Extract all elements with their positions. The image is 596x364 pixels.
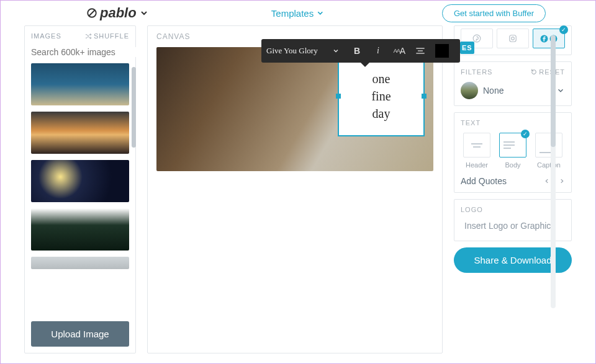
canvas-panel: CANVAS one fine day — [147, 25, 443, 353]
image-thumb-list — [31, 63, 129, 315]
add-quotes-row: Add Quotes — [461, 176, 565, 186]
chevron-down-icon — [139, 8, 149, 18]
svg-line-1 — [89, 11, 95, 16]
logo-slash-icon — [86, 7, 97, 19]
check-icon: ✓ — [521, 130, 530, 138]
check-icon: ✓ — [559, 25, 568, 34]
instagram-icon — [508, 34, 517, 43]
canvas-image[interactable]: one fine day — [156, 47, 433, 171]
canvas-text-line: day — [372, 105, 391, 122]
search-row — [31, 47, 129, 57]
image-thumbnail[interactable] — [31, 112, 129, 154]
color-picker-button[interactable] — [433, 42, 450, 60]
logo-dropdown[interactable]: pablo — [86, 5, 149, 21]
resize-handle-right[interactable] — [422, 94, 427, 99]
add-quotes-label[interactable]: Add Quotes — [461, 176, 507, 186]
insert-logo-button[interactable]: Insert Logo or Graphic — [461, 213, 565, 234]
social-size-row: ✓ — [461, 29, 565, 48]
chevron-down-icon — [316, 9, 325, 17]
image-thumbnail[interactable] — [31, 208, 129, 251]
svg-point-4 — [473, 35, 481, 42]
text-option-label: Body — [505, 161, 520, 169]
color-swatch-icon — [435, 44, 449, 58]
image-thumbnail[interactable] — [31, 63, 129, 105]
canvas-text-box[interactable]: one fine day — [338, 56, 425, 136]
font-dropdown[interactable] — [327, 42, 345, 60]
images-title: IMAGES — [31, 32, 61, 40]
filters-reset-button[interactable]: RESET — [531, 68, 565, 76]
upload-image-button[interactable]: Upload Image — [31, 321, 129, 347]
chevron-left-icon[interactable] — [544, 177, 550, 185]
text-option-label: Header — [466, 161, 488, 169]
top-bar: pablo Templates Get started with Buffer — [1, 1, 595, 25]
sizes-tab-fragment: ES — [460, 42, 474, 54]
filter-name: None — [483, 86, 551, 95]
italic-button[interactable]: i — [369, 42, 387, 60]
reset-icon — [531, 69, 537, 75]
chevron-down-icon — [556, 86, 565, 95]
page-scrollbar[interactable] — [551, 35, 556, 308]
logo-label: LOGO — [461, 206, 483, 213]
svg-rect-5 — [510, 35, 517, 42]
image-thumbnail[interactable] — [31, 160, 129, 202]
resize-handle-left[interactable] — [336, 94, 341, 99]
facebook-icon — [540, 35, 548, 43]
image-thumbnail[interactable] — [31, 257, 129, 269]
font-name-label: Give You Glory — [266, 46, 323, 56]
text-option-caption[interactable]: Caption — [533, 133, 565, 169]
chevron-down-icon — [332, 47, 340, 55]
search-input[interactable] — [31, 47, 140, 57]
filter-thumb — [461, 82, 478, 99]
font-size-button[interactable]: AAA — [391, 42, 408, 60]
scrollbar-thumb[interactable] — [551, 35, 556, 147]
text-options: Header ✓ Body Caption — [461, 133, 565, 169]
shuffle-button[interactable]: SHUFFLE — [85, 32, 129, 40]
caption-tile-icon — [535, 133, 562, 158]
shuffle-label: SHUFFLE — [94, 32, 129, 40]
align-button[interactable] — [412, 42, 429, 60]
filters-label: FILTERS — [461, 68, 492, 76]
templates-label: Templates — [271, 8, 314, 19]
size-facebook-twitter[interactable]: ✓ — [533, 29, 565, 48]
body-tile-icon: ✓ — [499, 133, 526, 158]
main-area: IMAGES SHUFFLE Upload Image CANVAS — [1, 25, 595, 364]
header-tile-icon — [463, 133, 490, 158]
align-icon — [415, 47, 425, 55]
images-scrollbar[interactable] — [132, 67, 136, 148]
text-format-toolbar: Give You Glory B i AAA — [261, 39, 460, 63]
shuffle-icon — [85, 33, 92, 40]
filter-selector[interactable]: None — [461, 82, 565, 99]
get-started-button[interactable]: Get started with Buffer — [442, 4, 546, 22]
canvas-text-line: one — [372, 70, 391, 87]
svg-point-6 — [512, 37, 515, 40]
text-label: TEXT — [461, 119, 481, 127]
images-panel: IMAGES SHUFFLE Upload Image — [24, 25, 136, 353]
bold-button[interactable]: B — [348, 42, 366, 60]
chevron-right-icon[interactable] — [559, 177, 565, 185]
canvas-text-line: fine — [371, 87, 391, 105]
templates-dropdown[interactable]: Templates — [271, 8, 325, 19]
logo-text: pablo — [100, 5, 137, 21]
text-option-header[interactable]: Header — [461, 133, 493, 169]
text-option-body[interactable]: ✓ Body — [497, 133, 529, 169]
size-instagram[interactable] — [497, 29, 529, 48]
text-option-label: Caption — [537, 161, 561, 169]
